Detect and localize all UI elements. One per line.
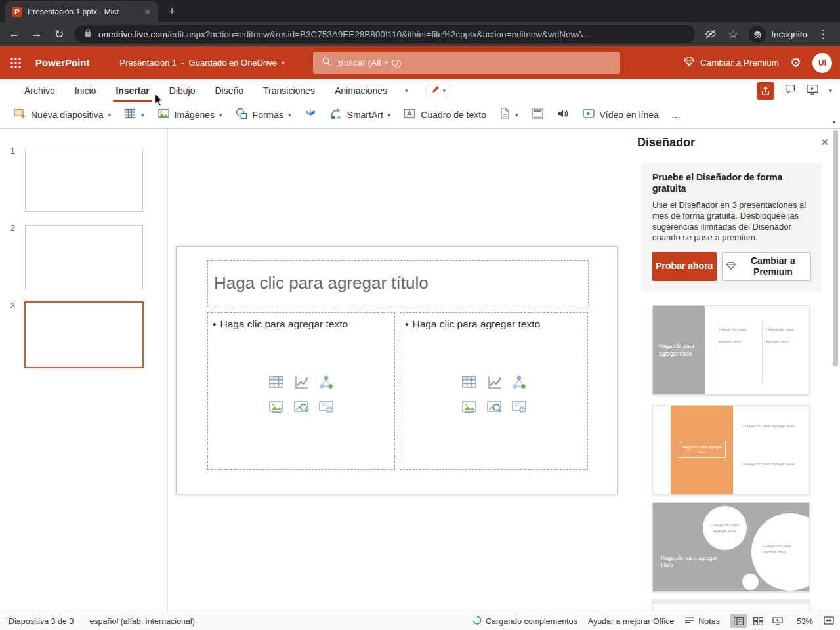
design3-bullet-text: • Haga clic para agregar texto bbox=[763, 543, 804, 554]
design2-title-box: Haga clic para agregar título bbox=[679, 442, 726, 458]
design-suggestion-1[interactable]: Haga clic para agregar título • Haga cli… bbox=[652, 305, 810, 395]
present-slideshow-icon[interactable] bbox=[806, 83, 819, 98]
insert-smartart-icon[interactable] bbox=[507, 369, 532, 394]
insert-textbox-button[interactable]: Cuadro de texto bbox=[398, 104, 492, 126]
tab-animaciones[interactable]: Animaciones bbox=[325, 79, 397, 102]
insert-smartart-icon[interactable] bbox=[314, 369, 339, 394]
insert-icons-button[interactable] bbox=[299, 104, 322, 126]
insert-smartart-button[interactable]: SmartArt ▾ bbox=[324, 104, 396, 126]
fit-to-window-icon[interactable] bbox=[824, 616, 834, 627]
comments-icon[interactable] bbox=[784, 83, 796, 98]
slide-thumbnail-3-selected[interactable] bbox=[24, 301, 144, 368]
secure-lock-icon[interactable] bbox=[84, 28, 92, 40]
insert-stock-image-icon[interactable] bbox=[482, 394, 507, 419]
insert-media-icon[interactable] bbox=[507, 394, 532, 419]
app-name[interactable]: PowerPoint bbox=[35, 57, 90, 68]
tab-archivo[interactable]: Archivo bbox=[14, 79, 65, 102]
tab-transiciones[interactable]: Transiciones bbox=[253, 79, 325, 102]
bullet-glyph: • bbox=[213, 318, 216, 330]
insert-document-button[interactable]: ▾ bbox=[494, 104, 524, 126]
present-chevron-icon[interactable]: ▾ bbox=[829, 87, 832, 94]
design-suggestion-3[interactable]: • Haga clic para agregar texto • Haga cl… bbox=[652, 502, 810, 592]
feedback-link[interactable]: Ayudar a mejorar Office bbox=[588, 617, 675, 626]
notes-toggle[interactable]: Notas bbox=[684, 616, 720, 627]
slide-thumbnail-panel: 1 2 3 bbox=[0, 129, 168, 612]
language-status[interactable]: español (alfab. internacional) bbox=[89, 617, 195, 626]
insert-audio-button[interactable] bbox=[551, 104, 575, 125]
view-switcher bbox=[730, 614, 786, 628]
insert-picture-icon[interactable] bbox=[264, 394, 289, 419]
zoom-level[interactable]: 53% bbox=[797, 617, 813, 626]
ribbon-collapse-chevron-icon[interactable]: ▾ bbox=[832, 119, 835, 125]
promo-buttons: Probar ahora Cambiar a Premium bbox=[652, 252, 811, 281]
insert-media-icon[interactable] bbox=[314, 394, 339, 419]
toolbar-more-button[interactable]: … bbox=[666, 106, 686, 123]
content-placeholder-right[interactable]: • Haga clic para agregar texto bbox=[400, 312, 588, 470]
browser-menu-kebab-icon[interactable]: ⋮ bbox=[812, 24, 833, 44]
tab-insertar[interactable]: Insertar bbox=[106, 79, 159, 102]
slide-sorter-view-button[interactable] bbox=[750, 614, 766, 628]
try-now-button[interactable]: Probar ahora bbox=[652, 252, 717, 281]
app-launcher-waffle-icon[interactable] bbox=[0, 46, 32, 79]
design-suggestion-2[interactable]: Haga clic para agregar título • Haga cli… bbox=[652, 405, 810, 495]
new-tab-button[interactable]: + bbox=[163, 2, 181, 20]
tracking-protection-eye-icon[interactable] bbox=[700, 24, 721, 44]
insert-chart-icon[interactable] bbox=[289, 369, 314, 394]
share-button[interactable] bbox=[757, 82, 774, 100]
tab-close-icon[interactable]: × bbox=[143, 7, 152, 17]
design1-title-block: Haga clic para agregar título bbox=[653, 306, 705, 394]
table-icon bbox=[123, 107, 136, 123]
insert-table-icon[interactable] bbox=[457, 369, 482, 394]
slideshow-view-button[interactable] bbox=[770, 614, 786, 628]
document-title-group[interactable]: Presentación 1 - Guardado en OneDrive ▾ bbox=[120, 58, 285, 68]
document-icon bbox=[499, 107, 511, 123]
content-placeholder-left[interactable]: • Haga clic para agregar texto bbox=[207, 312, 395, 470]
design1-bullet-text: • Haga clic para agregar texto bbox=[719, 327, 746, 343]
insert-chart-icon[interactable] bbox=[482, 369, 507, 394]
insert-table-icon[interactable] bbox=[264, 369, 289, 394]
settings-gear-icon[interactable]: ⚙ bbox=[790, 55, 801, 70]
search-box[interactable] bbox=[313, 52, 620, 74]
insert-stock-image-icon[interactable] bbox=[289, 394, 314, 419]
tab-inicio[interactable]: Inicio bbox=[65, 79, 106, 102]
header-footer-button[interactable] bbox=[526, 104, 549, 125]
title-placeholder[interactable]: Haga clic para agregar título bbox=[207, 260, 589, 306]
tabs-overflow-chevron-icon[interactable]: ▾ bbox=[405, 87, 408, 94]
tab-dibujo[interactable]: Dibujo bbox=[159, 79, 205, 102]
icons-butterfly-icon bbox=[304, 107, 317, 123]
slide-counter: Diapositiva 3 de 3 bbox=[9, 617, 74, 626]
account-avatar[interactable]: UI bbox=[812, 53, 832, 73]
insert-images-button[interactable]: Imágenes ▾ bbox=[152, 104, 228, 126]
design1-text-column: • Haga clic para agregar texto bbox=[715, 320, 755, 385]
save-status-chevron-icon[interactable]: ▾ bbox=[282, 60, 285, 66]
back-button[interactable]: ← bbox=[4, 24, 25, 44]
browser-tab[interactable]: P Presentación 1.pptx - Micr × bbox=[5, 1, 158, 22]
forward-button[interactable]: → bbox=[26, 24, 47, 44]
url-host: onedrive.live.com bbox=[98, 30, 167, 39]
search-input[interactable] bbox=[338, 58, 612, 68]
online-video-button[interactable]: Vídeo en línea bbox=[577, 104, 664, 125]
slide-editing-surface[interactable]: Haga clic para agregar título • Haga cli… bbox=[176, 246, 618, 494]
browser-tab-strip: P Presentación 1.pptx - Micr × + bbox=[0, 0, 840, 22]
premium-upgrade-button[interactable]: Cambiar a Premium bbox=[722, 252, 811, 281]
designer-scrollbar[interactable] bbox=[833, 130, 838, 366]
designer-close-icon[interactable]: ✕ bbox=[820, 136, 829, 148]
slide-thumbnail-1[interactable] bbox=[25, 148, 143, 212]
document-title: Presentación 1 bbox=[120, 58, 177, 68]
insert-table-button[interactable]: ▾ bbox=[118, 104, 150, 126]
insert-picture-icon[interactable] bbox=[457, 394, 482, 419]
pen-chevron-icon: ▾ bbox=[443, 87, 446, 94]
design-suggestion-4-partial[interactable] bbox=[652, 598, 810, 612]
ribbon-tab-bar: Archivo Inicio Insertar Dibujo Diseño Tr… bbox=[0, 79, 840, 102]
pen-mode-button[interactable]: ▾ bbox=[425, 83, 452, 98]
slide-thumbnail-2[interactable] bbox=[25, 225, 143, 289]
premium-label: Cambiar a Premium bbox=[700, 58, 779, 68]
new-slide-button[interactable]: Nueva diapositiva ▾ bbox=[8, 104, 116, 126]
insert-shapes-button[interactable]: Formas ▾ bbox=[230, 104, 297, 126]
bookmark-star-icon[interactable]: ☆ bbox=[723, 24, 744, 44]
normal-view-button[interactable] bbox=[730, 614, 747, 628]
upgrade-premium-button[interactable]: Cambiar a Premium bbox=[684, 57, 779, 68]
reload-button[interactable]: ↻ bbox=[49, 24, 70, 44]
address-bar[interactable]: onedrive.live.com/edit.aspx?action=editn… bbox=[75, 25, 695, 43]
tab-diseno[interactable]: Diseño bbox=[205, 79, 253, 102]
